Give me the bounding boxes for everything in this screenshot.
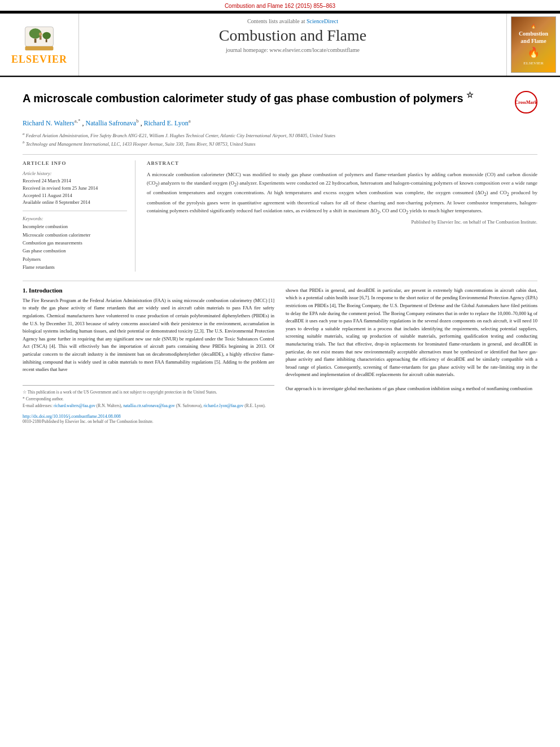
keywords-list: Incomplete combustion Microscale combust…	[23, 222, 127, 272]
intro-section-heading: 1. Introduction	[23, 287, 274, 294]
received-date: Received 24 March 2014	[23, 177, 127, 185]
affiliation-b: b Technology and Management Internationa…	[23, 139, 537, 148]
svg-point-3	[43, 32, 51, 39]
abstract-title: ABSTRACT	[147, 160, 537, 166]
body-left-col: 1. Introduction The Fire Research Progra…	[23, 287, 274, 424]
crossmark-badge[interactable]: CrossMark	[515, 91, 537, 113]
revised-date: Received in revised form 25 June 2014	[23, 185, 127, 192]
available-date: Available online 8 September 2014	[23, 199, 127, 206]
contents-available-text: Contents lists available at	[247, 18, 305, 24]
article-info-column: ARTICLE INFO Article history: Received 2…	[23, 160, 135, 272]
info-abstract-section: ARTICLE INFO Article history: Received 2…	[23, 154, 537, 272]
history-label: Article history:	[23, 171, 127, 176]
keyword-5: Polymers	[23, 255, 127, 263]
abstract-section: ABSTRACT A microscale combustion calorim…	[147, 160, 537, 272]
journal-title: Combustion and Flame	[85, 27, 501, 45]
journal-cover: 🔥 Combustionand Flame 🔥 ELSEVIER	[511, 16, 556, 73]
svg-rect-2	[34, 38, 37, 42]
author-2: Natallia Safronavab	[86, 119, 141, 127]
email-1[interactable]: richard.walters@faa.gov	[54, 403, 95, 408]
cover-title-text: Combustionand Flame	[519, 30, 548, 45]
title-star: ☆	[466, 90, 474, 99]
footnote-corresponding: * Corresponding author.	[23, 396, 274, 403]
elsevier-logo-area: ELSEVIER	[0, 14, 79, 76]
body-columns: 1. Introduction The Fire Research Progra…	[23, 287, 537, 424]
footnote-emails: E-mail addresses: richard.walters@faa.go…	[23, 403, 274, 409]
keyword-2: Microscale combustion calorimeter	[23, 231, 127, 239]
journal-cover-area: 🔥 Combustionand Flame 🔥 ELSEVIER	[506, 14, 560, 76]
sciencedirect-line: Contents lists available at ScienceDirec…	[85, 18, 501, 24]
email-3[interactable]: richard.e.lyon@faa.gov	[203, 403, 243, 408]
affiliations: a Federal Aviation Administration, Fire …	[23, 131, 537, 147]
intro-right-text-2: Our approach is to investigate global me…	[286, 385, 537, 393]
journal-header: ELSEVIER Contents lists available at Sci…	[0, 12, 560, 77]
intro-left-text: The Fire Research Program at the Federal…	[23, 297, 274, 374]
authors-line: Richard N. Waltersa,* , Natallia Safrona…	[23, 118, 537, 128]
affiliation-a: a Federal Aviation Administration, Fire …	[23, 131, 537, 139]
section-divider	[23, 281, 537, 281]
svg-point-5	[39, 32, 42, 35]
top-citation-bar: Combustion and Flame 162 (2015) 855–863	[0, 0, 560, 11]
author-3: Richard E. Lyona	[144, 119, 191, 127]
abstract-text: A microscale combustion calorimeter (MCC…	[147, 171, 537, 217]
article-info-title: ARTICLE INFO	[23, 160, 127, 166]
citation-text: Combustion and Flame 162 (2015) 855–863	[225, 3, 335, 9]
svg-rect-6	[40, 36, 42, 40]
author-1: Richard N. Waltersa,*	[23, 119, 82, 127]
email-2[interactable]: natallia.ctr.safronava@faa.gov	[123, 403, 175, 408]
keyword-4: Gas phase combustion	[23, 247, 127, 255]
elsevier-brand-text: ELSEVIER	[11, 54, 67, 65]
keyword-1: Incomplete combustion	[23, 222, 127, 230]
article-title: A microscale combustion calorimeter stud…	[23, 90, 506, 106]
keyword-6: Flame retardants	[23, 263, 127, 271]
body-right-col: shown that PBDEs in general, and decaBDE…	[286, 287, 537, 424]
article-content: A microscale combustion calorimeter stud…	[0, 77, 560, 433]
svg-rect-4	[46, 39, 47, 42]
cover-flame-icon: 🔥	[527, 46, 540, 59]
footnote-star: ☆ This publication is a work of the US G…	[23, 389, 274, 396]
journal-header-center: Contents lists available at ScienceDirec…	[79, 14, 506, 76]
svg-rect-7	[25, 46, 54, 50]
issn-text: 0010-2180/Published by Elsevier Inc. on …	[23, 419, 274, 424]
footnotes: ☆ This publication is a work of the US G…	[23, 385, 274, 409]
crossmark-icon: CrossMark	[515, 91, 537, 113]
elsevier-tree-icon	[19, 24, 59, 53]
intro-right-text: shown that PBDEs in general, and decaBDE…	[286, 287, 537, 379]
accepted-date: Accepted 11 August 2014	[23, 192, 127, 199]
keyword-3: Combustion gas measurements	[23, 239, 127, 247]
doi-link[interactable]: http://dx.doi.org/10.1016/j.combustflame…	[23, 414, 274, 419]
keywords-label: Keywords:	[23, 216, 127, 221]
sciencedirect-link[interactable]: ScienceDirect	[307, 18, 338, 24]
published-by: Published by Elsevier Inc. on behalf of …	[147, 219, 537, 225]
journal-homepage: journal homepage: www.elsevier.com/locat…	[85, 47, 501, 53]
